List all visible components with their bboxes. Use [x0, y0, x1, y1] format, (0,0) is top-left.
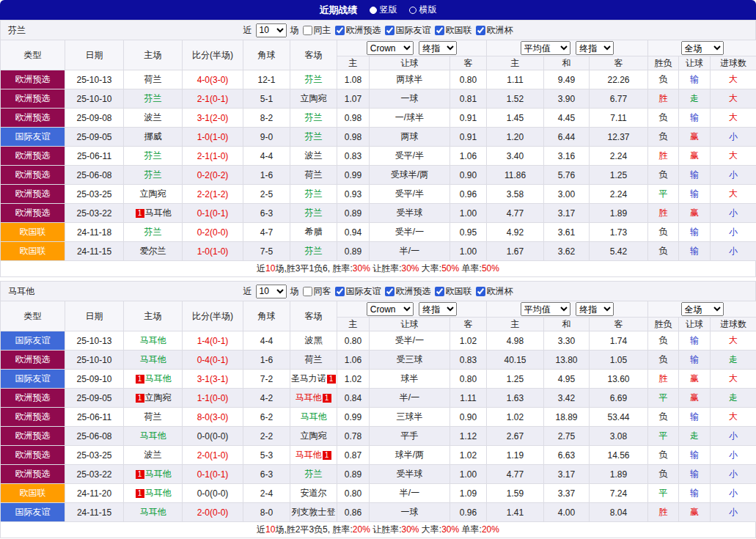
- handicap-line: 一/球半: [370, 109, 450, 128]
- avg-home-odds: 1.02: [487, 408, 544, 427]
- avg-away-odds: 2.24: [590, 147, 648, 166]
- away-team: 芬兰: [290, 109, 337, 128]
- red-card-badge: 1: [136, 394, 144, 403]
- match-score: 3-1(2-0): [183, 109, 243, 128]
- handicap-line: 受平/半: [370, 185, 450, 204]
- page-title: 近期战绩: [320, 4, 358, 17]
- summary-segment: 20%: [482, 524, 499, 535]
- recent-count-select[interactable]: 10: [256, 23, 287, 37]
- home-team: 1马耳他: [124, 484, 183, 503]
- team-label: 荷兰: [144, 411, 162, 422]
- team-label: 波兰: [144, 450, 162, 460]
- recent-count-select[interactable]: 10: [256, 285, 287, 298]
- win-loss-result: 平: [648, 185, 679, 204]
- home-team: 芬兰: [124, 223, 183, 242]
- handicap-home-odds: 0.80: [337, 331, 370, 351]
- odds-stage-select[interactable]: 终指: [419, 302, 457, 316]
- win-loss-result: 负: [648, 351, 679, 370]
- summary-segment: 让胜率:: [370, 524, 402, 535]
- goals-result: 走: [711, 389, 756, 408]
- summary-segment: 30%: [441, 524, 459, 535]
- scope-select[interactable]: 全场: [681, 41, 724, 55]
- corner-score: 4-4: [243, 147, 290, 166]
- layout-option-label: 竖版: [380, 4, 397, 16]
- avg-draw-odds: 6.63: [544, 446, 590, 465]
- competition-filter[interactable]: 欧洲预选: [335, 24, 381, 37]
- odds-company-select[interactable]: Crown: [367, 41, 414, 55]
- avg-draw-odds: 4.45: [544, 109, 590, 128]
- avg-stage-select[interactable]: 终指: [576, 302, 614, 316]
- handicap-result: 输: [679, 465, 711, 484]
- match-date: 24-11-18: [65, 223, 124, 242]
- avg-away-odds: 1.89: [590, 204, 648, 223]
- scope-select[interactable]: 全场: [681, 302, 724, 316]
- corner-score: 5-1: [243, 89, 290, 109]
- same-venue-checkbox[interactable]: [303, 26, 312, 35]
- avg-type-select[interactable]: 平均值: [521, 302, 570, 316]
- column-header: 日期: [65, 40, 124, 70]
- layout-option-horizontal[interactable]: 横版: [409, 4, 437, 16]
- competition-filter[interactable]: 欧洲预选: [385, 285, 431, 298]
- competition-checkbox[interactable]: [385, 287, 394, 296]
- home-team: 1立陶宛: [124, 389, 183, 408]
- avg-type-select[interactable]: 平均值: [521, 41, 570, 55]
- goals-result: 小: [711, 446, 756, 465]
- summary-segment: 10: [265, 263, 275, 274]
- handicap-result: 赢: [679, 128, 711, 147]
- same-venue-filter[interactable]: 同主: [303, 24, 331, 37]
- column-header: 日期: [65, 301, 124, 331]
- team-label: 爱尔兰: [140, 246, 166, 256]
- match-row: 国际友谊24-11-15马耳他2-0(0-0)8-0列支敦士登0.86一球0.9…: [1, 503, 756, 522]
- away-team: 列支敦士登: [290, 503, 337, 522]
- competition-checkbox[interactable]: [476, 26, 485, 35]
- matches-body: 欧洲预选25-10-13荷兰4-0(3-0)12-1芬兰1.08两球半0.801…: [1, 70, 756, 261]
- competition-checkbox[interactable]: [435, 26, 444, 35]
- avg-draw-odds: 4.00: [544, 503, 590, 522]
- competition-checkbox[interactable]: [335, 26, 345, 35]
- goals-result: 小: [711, 166, 756, 185]
- match-date: 25-03-25: [65, 185, 124, 204]
- competition-checkbox[interactable]: [435, 287, 444, 296]
- competition-badge: 欧国联: [1, 242, 65, 261]
- handicap-line: 两球: [370, 128, 450, 147]
- team-label: 波黑: [305, 335, 323, 345]
- same-venue-filter[interactable]: 同客: [303, 285, 331, 298]
- handicap-result: 输: [679, 223, 711, 242]
- competition-checkbox[interactable]: [385, 26, 394, 35]
- team-label: 马耳他: [301, 411, 327, 422]
- match-score: 3-1(3-1): [183, 370, 243, 389]
- avg-draw-odds: 6.44: [544, 128, 590, 147]
- competition-filter[interactable]: 欧国联: [435, 285, 472, 298]
- match-date: 25-06-11: [65, 408, 124, 427]
- same-venue-checkbox[interactable]: [303, 287, 312, 296]
- layout-option-vertical[interactable]: 竖版: [370, 4, 397, 16]
- red-card-badge: 1: [323, 451, 331, 460]
- corner-score: 7-2: [243, 370, 290, 389]
- competition-filter[interactable]: 欧国联: [435, 24, 472, 37]
- avg-stage-select[interactable]: 终指: [576, 41, 614, 55]
- away-team: 马耳他1: [290, 389, 337, 408]
- competition-filter[interactable]: 国际友谊: [335, 285, 381, 298]
- competition-filter[interactable]: 欧洲杯: [476, 24, 513, 37]
- handicap-home-odds: 0.86: [337, 503, 370, 522]
- win-loss-result: 负: [648, 408, 679, 427]
- handicap-line: 平手: [370, 427, 450, 446]
- goals-result: 大: [711, 408, 756, 427]
- handicap-away-odds: 0.91: [450, 128, 487, 147]
- handicap-home-odds: 1.06: [337, 351, 370, 370]
- team-label: 马耳他: [145, 488, 172, 498]
- odds-stage-select[interactable]: 终指: [419, 41, 457, 55]
- competition-checkbox[interactable]: [476, 287, 485, 296]
- match-date: 25-09-05: [65, 128, 124, 147]
- handicap-away-odds: 1.00: [450, 465, 487, 484]
- competition-badge: 欧洲预选: [1, 446, 65, 465]
- competition-checkbox[interactable]: [335, 287, 345, 296]
- competition-filter[interactable]: 欧洲杯: [476, 285, 513, 298]
- match-row: 国际友谊25-10-13马耳他1-4(0-1)4-4波黑0.80受半/一1.02…: [1, 331, 756, 351]
- handicap-line: 球半: [370, 370, 450, 389]
- column-header: 主场: [124, 40, 183, 70]
- avg-draw-odds: 3.30: [544, 331, 590, 351]
- column-header: 客: [450, 318, 487, 331]
- competition-filter[interactable]: 国际友谊: [385, 24, 431, 37]
- odds-company-select[interactable]: Crown: [367, 302, 414, 316]
